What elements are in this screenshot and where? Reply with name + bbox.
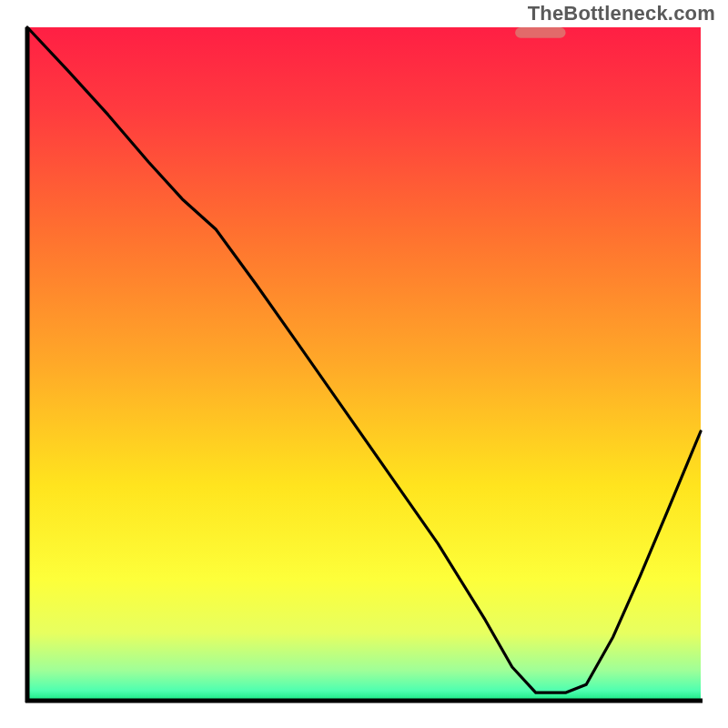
chart-svg (0, 0, 728, 728)
plot-background (27, 27, 701, 701)
watermark-text: TheBottleneck.com (528, 2, 715, 25)
optimum-marker (515, 27, 566, 38)
chart-container: TheBottleneck.com (0, 0, 728, 728)
